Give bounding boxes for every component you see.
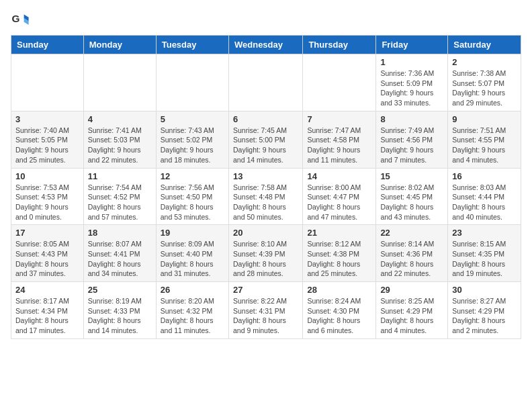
day-number: 27 <box>233 285 298 295</box>
weekday-header-thursday: Thursday <box>303 36 376 54</box>
day-info: Sunrise: 8:00 AM Sunset: 4:47 PM Dayligh… <box>307 183 371 222</box>
day-number: 4 <box>88 114 152 124</box>
day-number: 8 <box>380 114 443 124</box>
weekday-header-tuesday: Tuesday <box>156 36 228 54</box>
day-number: 29 <box>380 285 443 295</box>
day-info: Sunrise: 8:02 AM Sunset: 4:45 PM Dayligh… <box>380 183 443 222</box>
calendar-cell: 5Sunrise: 7:43 AM Sunset: 5:02 PM Daylig… <box>156 111 228 168</box>
day-number: 23 <box>452 228 517 238</box>
calendar-cell <box>11 54 84 111</box>
calendar-cell <box>83 54 156 111</box>
day-info: Sunrise: 7:56 AM Sunset: 4:50 PM Dayligh… <box>161 183 224 222</box>
calendar-cell: 14Sunrise: 8:00 AM Sunset: 4:47 PM Dayli… <box>303 168 376 225</box>
calendar-cell: 18Sunrise: 8:07 AM Sunset: 4:41 PM Dayli… <box>83 225 156 282</box>
day-info: Sunrise: 7:36 AM Sunset: 5:09 PM Dayligh… <box>380 68 443 108</box>
day-number: 12 <box>161 171 224 181</box>
day-number: 3 <box>15 114 79 124</box>
day-number: 7 <box>307 114 371 124</box>
day-info: Sunrise: 7:51 AM Sunset: 4:55 PM Dayligh… <box>452 126 517 165</box>
calendar-cell: 12Sunrise: 7:56 AM Sunset: 4:50 PM Dayli… <box>156 168 228 225</box>
calendar-week-row: 17Sunrise: 8:05 AM Sunset: 4:43 PM Dayli… <box>11 225 521 282</box>
day-number: 18 <box>88 228 152 238</box>
day-number: 1 <box>380 57 443 67</box>
day-number: 13 <box>233 171 298 181</box>
day-info: Sunrise: 8:27 AM Sunset: 4:29 PM Dayligh… <box>452 296 517 336</box>
day-info: Sunrise: 7:38 AM Sunset: 5:07 PM Dayligh… <box>452 68 517 108</box>
day-number: 19 <box>161 228 224 238</box>
logo-icon: G <box>11 11 30 30</box>
day-info: Sunrise: 7:40 AM Sunset: 5:05 PM Dayligh… <box>15 126 79 165</box>
day-info: Sunrise: 8:03 AM Sunset: 4:44 PM Dayligh… <box>452 183 517 222</box>
day-number: 17 <box>15 228 79 238</box>
day-number: 14 <box>307 171 371 181</box>
day-info: Sunrise: 8:24 AM Sunset: 4:30 PM Dayligh… <box>307 296 371 336</box>
day-number: 22 <box>380 228 443 238</box>
calendar-cell: 20Sunrise: 8:10 AM Sunset: 4:39 PM Dayli… <box>228 225 302 282</box>
day-number: 20 <box>233 228 298 238</box>
day-info: Sunrise: 8:12 AM Sunset: 4:38 PM Dayligh… <box>307 239 371 279</box>
day-number: 16 <box>452 171 517 181</box>
calendar-cell: 25Sunrise: 8:19 AM Sunset: 4:33 PM Dayli… <box>83 282 156 339</box>
day-number: 25 <box>88 285 152 295</box>
weekday-header-monday: Monday <box>83 36 156 54</box>
day-info: Sunrise: 7:58 AM Sunset: 4:48 PM Dayligh… <box>233 183 298 222</box>
day-number: 9 <box>452 114 517 124</box>
day-info: Sunrise: 8:10 AM Sunset: 4:39 PM Dayligh… <box>233 239 298 279</box>
calendar-week-row: 3Sunrise: 7:40 AM Sunset: 5:05 PM Daylig… <box>11 111 521 168</box>
calendar-cell: 19Sunrise: 8:09 AM Sunset: 4:40 PM Dayli… <box>156 225 228 282</box>
logo: G <box>11 11 31 30</box>
calendar-week-row: 1Sunrise: 7:36 AM Sunset: 5:09 PM Daylig… <box>11 54 521 111</box>
weekday-header-saturday: Saturday <box>448 36 521 54</box>
day-info: Sunrise: 8:20 AM Sunset: 4:32 PM Dayligh… <box>161 296 224 336</box>
weekday-header-wednesday: Wednesday <box>228 36 302 54</box>
calendar-cell: 27Sunrise: 8:22 AM Sunset: 4:31 PM Dayli… <box>228 282 302 339</box>
calendar-cell: 28Sunrise: 8:24 AM Sunset: 4:30 PM Dayli… <box>303 282 376 339</box>
calendar-cell: 22Sunrise: 8:14 AM Sunset: 4:36 PM Dayli… <box>376 225 448 282</box>
calendar-cell <box>228 54 302 111</box>
day-info: Sunrise: 7:43 AM Sunset: 5:02 PM Dayligh… <box>161 126 224 165</box>
calendar-cell: 11Sunrise: 7:54 AM Sunset: 4:52 PM Dayli… <box>83 168 156 225</box>
calendar-cell: 15Sunrise: 8:02 AM Sunset: 4:45 PM Dayli… <box>376 168 448 225</box>
calendar-cell: 4Sunrise: 7:41 AM Sunset: 5:03 PM Daylig… <box>83 111 156 168</box>
calendar-cell: 23Sunrise: 8:15 AM Sunset: 4:35 PM Dayli… <box>448 225 521 282</box>
day-info: Sunrise: 7:47 AM Sunset: 4:58 PM Dayligh… <box>307 126 371 165</box>
day-info: Sunrise: 7:45 AM Sunset: 5:00 PM Dayligh… <box>233 126 298 165</box>
calendar-cell: 16Sunrise: 8:03 AM Sunset: 4:44 PM Dayli… <box>448 168 521 225</box>
calendar-cell <box>156 54 228 111</box>
calendar-cell: 3Sunrise: 7:40 AM Sunset: 5:05 PM Daylig… <box>11 111 84 168</box>
calendar-week-row: 24Sunrise: 8:17 AM Sunset: 4:34 PM Dayli… <box>11 282 521 339</box>
day-number: 10 <box>15 171 79 181</box>
calendar-cell: 24Sunrise: 8:17 AM Sunset: 4:34 PM Dayli… <box>11 282 84 339</box>
day-info: Sunrise: 8:07 AM Sunset: 4:41 PM Dayligh… <box>88 239 152 279</box>
day-info: Sunrise: 8:19 AM Sunset: 4:33 PM Dayligh… <box>88 296 152 336</box>
day-number: 6 <box>233 114 298 124</box>
calendar-cell: 1Sunrise: 7:36 AM Sunset: 5:09 PM Daylig… <box>376 54 448 111</box>
day-info: Sunrise: 8:14 AM Sunset: 4:36 PM Dayligh… <box>380 239 443 279</box>
weekday-header-sunday: Sunday <box>11 36 84 54</box>
weekday-header-friday: Friday <box>376 36 448 54</box>
day-number: 11 <box>88 171 152 181</box>
calendar-header-row: SundayMondayTuesdayWednesdayThursdayFrid… <box>11 36 521 54</box>
day-info: Sunrise: 8:09 AM Sunset: 4:40 PM Dayligh… <box>161 239 224 279</box>
calendar-cell: 29Sunrise: 8:25 AM Sunset: 4:29 PM Dayli… <box>376 282 448 339</box>
calendar-cell: 10Sunrise: 7:53 AM Sunset: 4:53 PM Dayli… <box>11 168 84 225</box>
calendar-cell <box>303 54 376 111</box>
page-header: G <box>11 11 521 30</box>
calendar-cell: 13Sunrise: 7:58 AM Sunset: 4:48 PM Dayli… <box>228 168 302 225</box>
day-number: 15 <box>380 171 443 181</box>
calendar-cell: 8Sunrise: 7:49 AM Sunset: 4:56 PM Daylig… <box>376 111 448 168</box>
day-number: 28 <box>307 285 371 295</box>
calendar-cell: 30Sunrise: 8:27 AM Sunset: 4:29 PM Dayli… <box>448 282 521 339</box>
day-info: Sunrise: 8:22 AM Sunset: 4:31 PM Dayligh… <box>233 296 298 336</box>
day-info: Sunrise: 8:05 AM Sunset: 4:43 PM Dayligh… <box>15 239 79 279</box>
day-number: 21 <box>307 228 371 238</box>
calendar-week-row: 10Sunrise: 7:53 AM Sunset: 4:53 PM Dayli… <box>11 168 521 225</box>
calendar-cell: 21Sunrise: 8:12 AM Sunset: 4:38 PM Dayli… <box>303 225 376 282</box>
calendar-cell: 2Sunrise: 7:38 AM Sunset: 5:07 PM Daylig… <box>448 54 521 111</box>
calendar-table: SundayMondayTuesdayWednesdayThursdayFrid… <box>11 35 521 339</box>
day-number: 2 <box>452 57 517 67</box>
calendar-cell: 9Sunrise: 7:51 AM Sunset: 4:55 PM Daylig… <box>448 111 521 168</box>
day-number: 30 <box>452 285 517 295</box>
calendar-cell: 6Sunrise: 7:45 AM Sunset: 5:00 PM Daylig… <box>228 111 302 168</box>
day-number: 24 <box>15 285 79 295</box>
